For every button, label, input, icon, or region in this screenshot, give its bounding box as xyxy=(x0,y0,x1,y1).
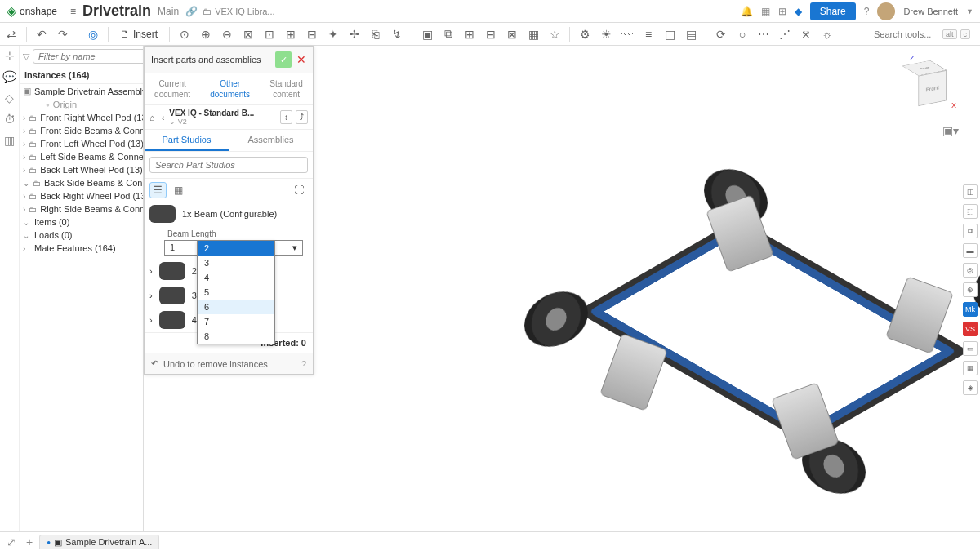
tree-item-mates-group[interactable]: › Mate Features (164) xyxy=(20,242,143,255)
tool-copy-icon[interactable]: ⧉ xyxy=(440,26,457,42)
library-breadcrumb-version[interactable]: ⌄ V2 xyxy=(169,118,275,126)
view-expand-icon[interactable]: ⛶ xyxy=(290,182,308,198)
dropdown-option[interactable]: 8 xyxy=(198,329,274,344)
tool-mate5-icon[interactable]: ⊞ xyxy=(283,26,299,42)
right-rail-icon-8[interactable]: ▦ xyxy=(963,361,978,375)
view-mode-list-icon[interactable]: ☰ xyxy=(149,182,167,198)
right-rail-matekey-icon[interactable]: Mk xyxy=(963,302,978,317)
rail-add-icon[interactable]: ⊹ xyxy=(5,49,15,62)
right-rail-icon-1[interactable]: ◫ xyxy=(963,184,978,199)
tool-feature-list-icon[interactable]: ⇄ xyxy=(3,26,20,42)
tool-revolute-icon[interactable]: ⊙ xyxy=(176,26,193,42)
tool-mate4-icon[interactable]: ⊡ xyxy=(261,26,278,42)
view-mode-grid-icon[interactable]: ▦ xyxy=(170,182,187,198)
right-rail-icon-7[interactable]: ▭ xyxy=(963,341,978,356)
dropdown-option[interactable]: 2 xyxy=(198,241,274,256)
tool-sim2-icon[interactable]: ○ xyxy=(734,26,751,42)
tool-array2-icon[interactable]: ⊠ xyxy=(504,26,520,42)
share-button[interactable]: Share xyxy=(810,2,856,20)
tool-table-icon[interactable]: ▤ xyxy=(683,26,699,42)
display-options-icon[interactable]: ▣▾ xyxy=(942,124,959,137)
tool-mate3-icon[interactable]: ⊠ xyxy=(240,26,256,42)
rail-config-icon[interactable]: ◇ xyxy=(5,91,14,104)
redo-icon[interactable]: ↷ xyxy=(55,26,71,42)
user-avatar[interactable] xyxy=(877,2,895,20)
panel-confirm-button[interactable]: ✓ xyxy=(275,51,292,68)
right-rail-icon-9[interactable]: ◈ xyxy=(963,380,978,395)
right-rail-icon-5[interactable]: ◎ xyxy=(963,263,978,278)
tree-item[interactable]: ›🗀Back Right Wheel Pod (13) xyxy=(20,189,143,202)
source-tab-standard[interactable]: Standard content xyxy=(270,78,303,100)
nav-back-icon[interactable]: ‹ xyxy=(162,113,165,122)
undo-help-icon[interactable]: ? xyxy=(301,359,306,369)
drivetrain-model[interactable] xyxy=(487,176,980,519)
search-parts-input[interactable] xyxy=(149,157,308,173)
view-icon[interactable]: ◎ xyxy=(85,26,101,42)
undo-icon[interactable]: ↶ xyxy=(33,26,50,42)
dropdown-option[interactable]: 3 xyxy=(198,256,274,270)
source-tab-other[interactable]: Other documents xyxy=(210,78,250,100)
rail-bom-icon[interactable]: ▥ xyxy=(4,134,15,147)
tool-sun-icon[interactable]: ☀ xyxy=(598,26,614,42)
nav-action-1-icon[interactable]: ↕ xyxy=(280,110,292,124)
dropdown-option[interactable]: 4 xyxy=(198,270,274,285)
learn-icon[interactable]: ◆ xyxy=(795,6,802,17)
view-cube[interactable]: Z X Front Right Top xyxy=(895,54,960,119)
tool-array1-icon[interactable]: ⊟ xyxy=(483,26,499,42)
panel-close-button[interactable]: ✕ xyxy=(296,53,306,66)
tree-item[interactable]: ›🗀Left Side Beams & Connecto xyxy=(20,150,143,163)
document-title[interactable]: Drivetrain xyxy=(82,2,151,20)
tool-gear-icon[interactable]: ⚙ xyxy=(577,26,593,42)
cube-face-front[interactable]: Front xyxy=(918,70,947,106)
tree-item[interactable]: ›🗀Front Right Wheel Pod (13) xyxy=(20,111,143,124)
tree-item-loads-group[interactable]: ⌄ Loads (0) xyxy=(20,229,143,242)
rail-comment-icon[interactable]: 💬 xyxy=(2,70,16,83)
instances-header[interactable]: Instances (164) xyxy=(20,67,143,84)
branch-label[interactable]: Main xyxy=(158,6,179,17)
search-tools-input[interactable] xyxy=(874,29,939,39)
studio-tab-assemblies[interactable]: Assemblies xyxy=(229,130,313,151)
bottom-add-tab-icon[interactable]: + xyxy=(23,535,36,549)
dropdown-option[interactable]: 7 xyxy=(198,314,274,329)
studio-tab-parts[interactable]: Part Studios xyxy=(145,130,229,151)
link-icon[interactable]: 🔗 xyxy=(185,6,198,17)
tree-item[interactable]: ⌄🗀Back Side Beams & Connect xyxy=(20,176,143,189)
tool-measure-icon[interactable]: ◫ xyxy=(662,26,678,42)
tool-move-icon[interactable]: ✢ xyxy=(346,26,363,42)
tree-item[interactable]: ›🗀Back Left Wheel Pod (13) xyxy=(20,163,143,176)
tool-sim4-icon[interactable]: ⋰ xyxy=(777,26,793,42)
tool-spring-icon[interactable]: 〰 xyxy=(619,26,635,42)
tool-mate6-icon[interactable]: ⊟ xyxy=(304,26,320,42)
right-rail-icon-2[interactable]: ⬚ xyxy=(963,204,978,219)
help-icon[interactable]: ? xyxy=(864,6,870,17)
undo-icon[interactable]: ↶ xyxy=(151,358,158,369)
tool-snap-icon[interactable]: ↯ xyxy=(389,26,405,42)
tool-sim1-icon[interactable]: ⟳ xyxy=(713,26,729,42)
nav-action-2-icon[interactable]: ⤴ xyxy=(296,110,308,124)
tree-item-origin[interactable]: ● Origin xyxy=(20,98,143,111)
tool-list-icon[interactable]: ≡ xyxy=(640,26,657,42)
tool-mate1-icon[interactable]: ⊕ xyxy=(198,26,214,42)
tree-item-items-group[interactable]: ⌄ Items (0) xyxy=(20,216,143,229)
right-rail-vs-icon[interactable]: VS xyxy=(963,322,978,336)
tree-item[interactable]: ›🗀Right Side Beams & Connect xyxy=(20,202,143,216)
tool-sim5-icon[interactable]: ⤧ xyxy=(798,26,814,42)
rail-timer-icon[interactable]: ⏱ xyxy=(4,113,16,126)
bottom-tab-assembly[interactable]: ● ▣ Sample Drivetrain A... xyxy=(39,535,159,549)
user-menu-chevron-icon[interactable]: ▼ xyxy=(966,7,973,16)
library-breadcrumb-title[interactable]: VEX IQ - Standard B... xyxy=(169,109,275,118)
notification-bell-icon[interactable]: 🔔 xyxy=(741,6,753,17)
folder-breadcrumb[interactable]: 🗀 VEX IQ Libra... xyxy=(203,7,274,16)
tool-sim3-icon[interactable]: ⋯ xyxy=(755,26,772,42)
source-tab-current[interactable]: Current document xyxy=(154,78,190,100)
insert-button[interactable]: 🗋 Insert xyxy=(115,27,163,42)
right-rail-icon-3[interactable]: ⧉ xyxy=(963,224,978,238)
right-rail-icon-4[interactable]: ▬ xyxy=(963,243,978,258)
tool-group-icon[interactable]: ▣ xyxy=(419,26,435,42)
tree-item-assembly[interactable]: ▣ Sample Drivetrain Assembly xyxy=(20,84,143,98)
tree-item[interactable]: ›🗀Front Left Wheel Pod (13) xyxy=(20,137,143,150)
filter-input[interactable] xyxy=(33,49,144,64)
tree-item[interactable]: ›🗀Front Side Beams & Connec xyxy=(20,124,143,137)
tool-mate2-icon[interactable]: ⊖ xyxy=(219,26,235,42)
menu-icon[interactable]: ≡ xyxy=(70,6,76,17)
